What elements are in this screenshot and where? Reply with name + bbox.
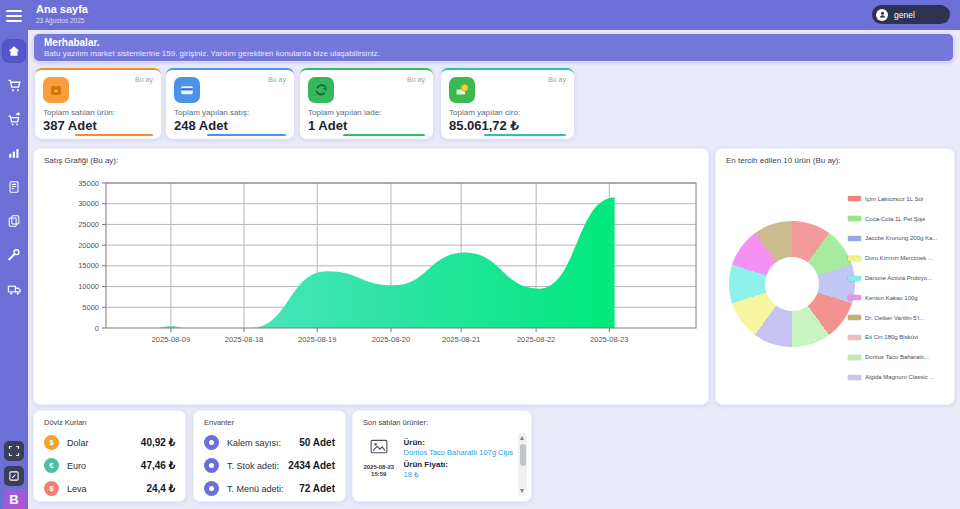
- cart-icon: [7, 78, 22, 93]
- svg-text:10000: 10000: [78, 282, 99, 291]
- stock-count-icon: [204, 458, 219, 473]
- fullscreen-button[interactable]: [4, 441, 24, 461]
- sidebar-nav: [0, 40, 28, 300]
- svg-text:2025-08-18: 2025-08-18: [225, 335, 263, 344]
- sidebar-item-documents[interactable]: [3, 210, 25, 232]
- receipt-icon: [7, 180, 21, 194]
- currency-card-title: Döviz Kurları: [44, 418, 87, 427]
- svg-text:2025-08-22: 2025-08-22: [517, 335, 555, 344]
- legend-label: Duru Kırmızı Mercimek ...: [865, 255, 933, 261]
- sidebar-item-returns[interactable]: [3, 108, 25, 130]
- sales-area-chart: 050001000015000200002500030000350002025-…: [34, 171, 710, 371]
- inventory-value: 2434 Adet: [288, 460, 335, 471]
- legend-swatch: [848, 355, 861, 360]
- wrench-icon: [7, 248, 21, 262]
- legend-swatch: [848, 276, 861, 281]
- legend-swatch: [848, 295, 861, 300]
- lev-icon: $: [44, 481, 59, 496]
- cart-return-icon: [7, 112, 22, 127]
- inventory-row: T. Menü adeti: 72 Adet: [204, 477, 335, 500]
- menu-count-icon: [204, 481, 219, 496]
- legend-label: Dr. Oetker Vanilin 5'l...: [865, 315, 924, 321]
- last-sold-item: 2025-08-23 15:59 Ürün: Doritos Taco Baha…: [361, 433, 513, 496]
- welcome-banner: Merhabalar. Batu yazılım market sistemle…: [33, 33, 954, 62]
- legend-swatch: [848, 335, 861, 340]
- inventory-label: Kalem sayısı:: [227, 438, 281, 448]
- currency-value: 47,46 ₺: [141, 460, 175, 471]
- sidebar-item-statistics[interactable]: [3, 142, 25, 164]
- legend-item[interactable]: Algida Magnum Classic ...: [848, 367, 950, 387]
- price-label: Ürün Fiyatı:: [403, 460, 513, 469]
- inventory-label: T. Stok adeti:: [227, 461, 279, 471]
- copy-icon: [7, 214, 21, 228]
- legend-swatch: [848, 196, 861, 201]
- hamburger-menu-icon[interactable]: [5, 7, 23, 23]
- period-badge: Bu ay: [548, 76, 566, 83]
- legend-item[interactable]: Danone Activia Probiyo...: [848, 268, 950, 288]
- stat-card-returns: Bu ay Toplam yapılan iade: 1 Adet: [300, 68, 433, 139]
- credit-card-icon: [174, 77, 200, 103]
- product-name-link[interactable]: Doritos Taco Baharatlı 107g Cips: [403, 448, 513, 457]
- sidebar-item-home[interactable]: [3, 40, 25, 62]
- svg-text:2025-08-09: 2025-08-09: [152, 335, 190, 344]
- sold-timestamp: 2025-08-23 15:59: [363, 464, 394, 478]
- currency-row: € Euro 47,46 ₺: [44, 454, 175, 477]
- coins-icon: [449, 77, 475, 103]
- profile-button[interactable]: genel: [872, 5, 950, 24]
- svg-text:15000: 15000: [78, 261, 99, 270]
- svg-text:35000: 35000: [78, 179, 99, 188]
- currency-row: $ Leva 24,4 ₺: [44, 477, 175, 500]
- period-badge: Bu ay: [135, 76, 153, 83]
- sidebar-item-settings[interactable]: [3, 244, 25, 266]
- legend-item[interactable]: Coca-Cola 1L Pet Şişe: [848, 209, 950, 229]
- top-products-title: En tercih edilen 10 ürün (Bu ay):: [726, 156, 841, 165]
- legend-item[interactable]: İçim Laktozsuz 1L Süt: [848, 189, 950, 209]
- currency-value: 40,92 ₺: [141, 437, 175, 448]
- sidebar-item-sales[interactable]: [3, 74, 25, 96]
- sidebar-item-delivery[interactable]: [3, 278, 25, 300]
- donut-chart: [729, 221, 855, 347]
- package-icon: [43, 77, 69, 103]
- legend-swatch: [848, 236, 861, 241]
- legend-item[interactable]: Eti Cin 180g Bisküvi: [848, 328, 950, 348]
- legend-label: Doritos Taco Baharatlı...: [865, 354, 929, 360]
- stat-value: 1 Adet: [308, 118, 347, 133]
- svg-text:25000: 25000: [78, 220, 99, 229]
- sidebar-item-receipts[interactable]: [3, 176, 25, 198]
- inventory-label: T. Menü adeti:: [227, 484, 284, 494]
- legend-item[interactable]: Jacobs Kronung 200g Ka...: [848, 229, 950, 249]
- home-icon: [7, 44, 21, 58]
- stat-value: 248 Adet: [174, 118, 228, 133]
- stat-card-sold-products: Bu ay Toplam satılan ürün: 387 Adet: [35, 68, 161, 139]
- currency-row: $ Dolar 40,92 ₺: [44, 431, 175, 454]
- scroll-thumb[interactable]: [520, 444, 526, 466]
- period-badge: Bu ay: [268, 76, 286, 83]
- scroll-up-icon[interactable]: [520, 436, 524, 440]
- stat-value: 387 Adet: [43, 118, 97, 133]
- stat-value: 85.061,72 ₺: [449, 118, 519, 133]
- legend-item[interactable]: Kenton Kakao 100g: [848, 288, 950, 308]
- legend-swatch: [848, 375, 861, 380]
- legend-item[interactable]: Doritos Taco Baharatlı...: [848, 347, 950, 367]
- legend-label: Eti Cin 180g Bisküvi: [865, 334, 918, 340]
- currency-name: Dolar: [67, 438, 89, 448]
- legend-item[interactable]: Dr. Oetker Vanilin 5'l...: [848, 308, 950, 328]
- stat-label: Toplam yapılan iade:: [308, 108, 381, 117]
- accent-underline: [484, 134, 566, 136]
- notes-button[interactable]: [4, 466, 24, 486]
- currency-name: Euro: [67, 461, 86, 471]
- svg-text:0: 0: [95, 324, 99, 333]
- legend-item[interactable]: Duru Kırmızı Mercimek ...: [848, 248, 950, 268]
- scroll-down-icon[interactable]: [520, 489, 524, 493]
- scrollbar[interactable]: [518, 433, 527, 496]
- legend-label: Algida Magnum Classic ...: [865, 374, 934, 380]
- inventory-value: 50 Adet: [299, 437, 335, 448]
- product-price-link[interactable]: 18 ₺: [403, 470, 513, 479]
- dashboard-page: B Ana sayfa 23 Ağustos 2025 genel Merhab…: [0, 0, 960, 509]
- euro-icon: €: [44, 458, 59, 473]
- svg-text:20000: 20000: [78, 241, 99, 250]
- app-logo[interactable]: B: [3, 489, 25, 509]
- last-sold-title: Son satılan ürünler:: [363, 418, 428, 427]
- notepad-icon: [8, 470, 20, 482]
- welcome-message: Batu yazılım market sistemlerine 159. gi…: [44, 49, 943, 59]
